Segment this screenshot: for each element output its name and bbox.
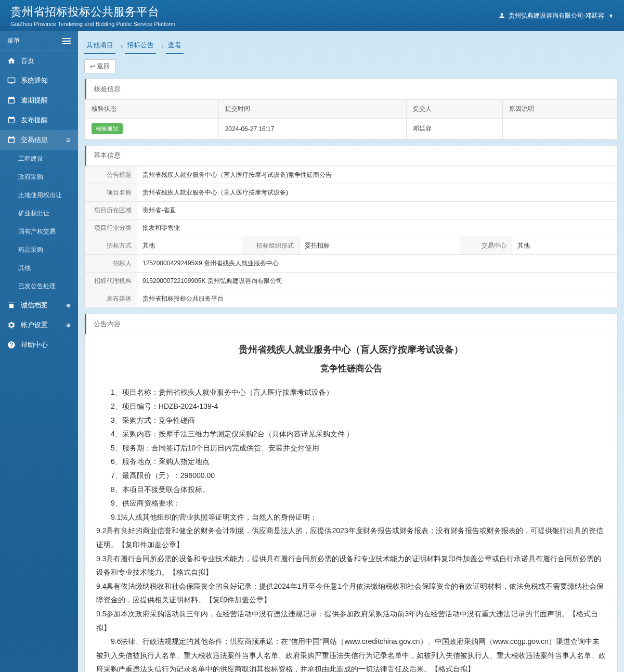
- sidebar-item-label: 交易信息: [21, 135, 48, 145]
- chevron-icon: ⊕: [66, 302, 71, 309]
- announcement-subtitle: 竞争性磋商公告: [96, 360, 606, 377]
- status-badge: 核验通过: [92, 123, 123, 134]
- sidebar-item-home[interactable]: 首页: [0, 51, 78, 71]
- caret-down-icon: ▼: [608, 13, 614, 19]
- home-icon: [7, 57, 16, 65]
- sidebar-sub-land[interactable]: 土地使用权出让: [0, 186, 78, 204]
- breadcrumb-sep: ›: [161, 42, 163, 50]
- label-industry: 项目行业分类: [85, 219, 137, 237]
- value-media: 贵州省招标投标公共服务平台: [137, 290, 617, 308]
- sidebar-item-help[interactable]: 帮助中心: [0, 335, 78, 355]
- sidebar-item-credit[interactable]: 诚信档案 ⊕: [0, 295, 78, 315]
- cell-submitter: 邓廷容: [407, 119, 502, 139]
- sidebar-item-label: 诚信档案: [21, 301, 48, 310]
- back-label: 返回: [97, 62, 110, 71]
- main-content: 其他项目 › 招标公告 › 查看 ↩ 返回 核验信息 核验状态 提交时间 提交人…: [78, 31, 624, 672]
- cell-reason: [502, 119, 617, 139]
- platform-title: 贵州省招标投标公共服务平台: [10, 4, 175, 20]
- announcement-paragraph: 9.3具有履行合同所必需的设备和专业技术能力，提供具有履行合同所必需的设备和专业…: [96, 552, 606, 579]
- sidebar-sub-medicine[interactable]: 药品采购: [0, 241, 78, 259]
- sidebar: 菜单 首页 系统通知 逾期提醒 发布提醒 交易信息 ⊖ 工程建设 政府采购 土地…: [0, 31, 78, 672]
- breadcrumb-item[interactable]: 招标公告: [125, 37, 156, 54]
- sidebar-item-label: 系统通知: [21, 76, 48, 85]
- announcement-title: 贵州省残疾人就业服务中心（盲人医疗按摩考试设备）: [96, 341, 606, 358]
- sidebar-sub-state[interactable]: 国有产权交易: [0, 223, 78, 241]
- monitor-icon: [7, 76, 16, 85]
- sidebar-sub-published[interactable]: 已发公告处理: [0, 277, 78, 295]
- content-panel: 公告内容 贵州省残疾人就业服务中心（盲人医疗按摩考试设备） 竞争性磋商公告 1、…: [84, 314, 618, 672]
- announcement-paragraph: 9.6法律、行政法规规定的其他条件；供应商须承诺：在"信用中国"网站（www.c…: [96, 635, 606, 672]
- calendar-icon: [7, 136, 16, 144]
- calendar-icon: [7, 116, 16, 124]
- label-area: 项目所在区域: [85, 202, 137, 219]
- announcement-paragraph: 9.2具有良好的商业信誉和健全的财务会计制度，供应商是法人的，应提供2023年度…: [96, 524, 606, 551]
- label-project: 项目名称: [85, 184, 137, 202]
- sidebar-item-label: 逾期提醒: [21, 96, 48, 105]
- announcement-paragraph: 9.5参加本次政府采购活动前三年内，在经营活动中没有违法违规记录：提供参加政府采…: [96, 607, 606, 635]
- sidebar-sub-construction[interactable]: 工程建设: [0, 150, 78, 168]
- user-company-label: 贵州弘典建设咨询有限公司-邓廷容: [509, 11, 604, 20]
- value-bidmethod: 其他: [137, 237, 242, 255]
- table-header-row: 核验状态 提交时间 提交人 原因说明: [85, 100, 617, 119]
- announcement-paragraph: 5、服务期：合同签订后10个日历日内完成供货、安装并交付使用: [96, 441, 606, 455]
- sidebar-item-label: 帮助中心: [21, 340, 48, 350]
- sidebar-item-trade[interactable]: 交易信息 ⊖: [0, 130, 78, 150]
- breadcrumb-sep: ›: [121, 42, 123, 50]
- value-industry: 批发和零售业: [137, 219, 617, 237]
- announcement-paragraph: 9、供应商资格要求：: [96, 496, 606, 510]
- value-title: 贵州省残疾人就业服务中心（盲人医疗按摩考试设备)竞争性磋商公告: [137, 166, 617, 184]
- value-orgform: 委托招标: [299, 237, 460, 255]
- announcement-paragraph: 4、采购内容：按摩手法三维力学测定仪采购2台（具体内容详见采购文件 ）: [96, 427, 606, 441]
- label-bidmethod: 招标方式: [85, 237, 137, 255]
- basic-panel-title: 基本信息: [85, 146, 617, 166]
- sidebar-item-label: 帐户设置: [21, 320, 48, 330]
- value-bidder: 125200004292495X9 贵州省残疾人就业服务中心: [137, 255, 617, 273]
- archive-icon: [7, 301, 16, 309]
- sidebar-sub-mining[interactable]: 矿业权出让: [0, 204, 78, 223]
- sidebar-item-notice[interactable]: 系统通知: [0, 71, 78, 91]
- verify-panel: 核验信息 核验状态 提交时间 提交人 原因说明 核验通过 2024-06-27 …: [84, 79, 618, 140]
- th-status: 核验状态: [85, 100, 219, 119]
- th-time: 提交时间: [218, 100, 407, 119]
- value-tradecenter: 其他: [512, 237, 617, 255]
- label-media: 发布媒体: [85, 290, 137, 308]
- header-title-block: 贵州省招标投标公共服务平台 GuiZhou Province Tendering…: [10, 4, 175, 27]
- chevron-icon: ⊕: [66, 322, 71, 329]
- announcement-paragraph: 3、采购方式：竞争性磋商: [96, 413, 606, 428]
- announcement-paragraph: 9.1法人或其他组织的营业执照等证明文件，自然人的身份证明；: [96, 510, 606, 524]
- announcement-paragraph: 2、项目编号：HDZB-2024-139-4: [96, 399, 606, 413]
- sidebar-header: 菜单: [0, 31, 78, 51]
- th-submitter: 提交人: [407, 100, 502, 119]
- th-reason: 原因说明: [502, 100, 617, 119]
- value-agency: 91520000722109905K 贵州弘典建设咨询有限公司: [137, 273, 617, 290]
- user-icon: [498, 12, 505, 19]
- value-area: 贵州省-省直: [137, 202, 617, 219]
- help-icon: [7, 341, 16, 349]
- back-arrow-icon: ↩: [90, 63, 95, 70]
- sidebar-item-account[interactable]: 帐户设置 ⊕: [0, 315, 78, 335]
- settings-icon: [7, 321, 16, 329]
- label-tradecenter: 交易中心: [460, 237, 512, 255]
- announcement-paragraph: 9.4具有依法缴纳税收和社会保障资金的良好记录：提供2024年1月至今任意1个月…: [96, 579, 606, 607]
- table-row: 核验通过 2024-06-27 16:17 邓廷容: [85, 119, 617, 139]
- breadcrumb-item[interactable]: 其他项目: [84, 37, 115, 54]
- announcement-paragraph: 6、服务地点：采购人指定地点: [96, 455, 606, 469]
- announcement-paragraph: 1、项目名称：贵州省残疾人就业服务中心（盲人医疗按摩考试设备）: [96, 385, 606, 399]
- content-panel-title: 公告内容: [85, 314, 617, 334]
- calendar-icon: [7, 96, 16, 105]
- sidebar-item-label: 首页: [21, 56, 34, 66]
- verify-table: 核验状态 提交时间 提交人 原因说明 核验通过 2024-06-27 16:17…: [85, 99, 617, 139]
- breadcrumb: 其他项目 › 招标公告 › 查看: [84, 37, 618, 54]
- back-button[interactable]: ↩ 返回: [84, 59, 115, 73]
- cell-time: 2024-06-27 16:17: [218, 119, 407, 139]
- sidebar-item-publish[interactable]: 发布提醒: [0, 110, 78, 130]
- breadcrumb-item[interactable]: 查看: [166, 37, 184, 54]
- label-agency: 招标代理机构: [85, 273, 137, 290]
- user-menu[interactable]: 贵州弘典建设咨询有限公司-邓廷容 ▼: [498, 11, 614, 20]
- sidebar-sub-other[interactable]: 其他: [0, 259, 78, 277]
- hamburger-icon[interactable]: [62, 38, 71, 44]
- label-title: 公告标题: [85, 166, 137, 184]
- verify-panel-title: 核验信息: [85, 79, 617, 99]
- sidebar-item-overdue[interactable]: 逾期提醒: [0, 91, 78, 110]
- sidebar-sub-gov[interactable]: 政府采购: [0, 168, 78, 186]
